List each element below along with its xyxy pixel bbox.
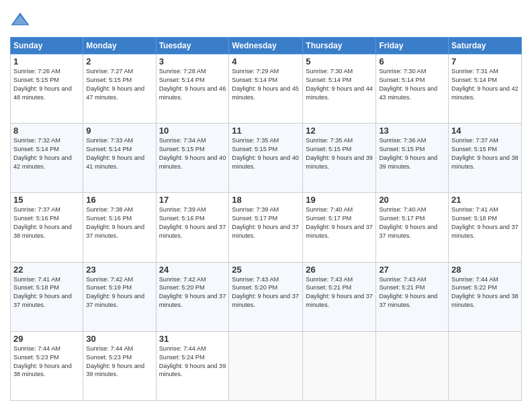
week-row-1: 1 Sunrise: 7:26 AM Sunset: 5:15 PM Dayli…: [11, 54, 522, 124]
day-number: 12: [306, 126, 373, 136]
day-cell: 15 Sunrise: 7:37 AM Sunset: 5:16 PM Dayl…: [11, 193, 83, 262]
day-cell: 31 Sunrise: 7:44 AM Sunset: 5:24 PM Dayl…: [156, 331, 229, 400]
day-info: Sunrise: 7:32 AM Sunset: 5:14 PM Dayligh…: [13, 136, 80, 171]
day-cell: 26 Sunrise: 7:43 AM Sunset: 5:21 PM Dayl…: [303, 262, 376, 331]
day-cell: 24 Sunrise: 7:42 AM Sunset: 5:20 PM Dayl…: [156, 262, 229, 331]
day-number: 25: [232, 265, 300, 275]
day-info: Sunrise: 7:44 AM Sunset: 5:22 PM Dayligh…: [451, 275, 519, 310]
day-info: Sunrise: 7:39 AM Sunset: 5:16 PM Dayligh…: [159, 205, 226, 240]
day-number: 27: [379, 265, 445, 275]
day-cell: 11 Sunrise: 7:35 AM Sunset: 5:15 PM Dayl…: [229, 124, 303, 193]
day-cell: 29 Sunrise: 7:44 AM Sunset: 5:23 PM Dayl…: [11, 331, 83, 400]
day-cell: 16 Sunrise: 7:38 AM Sunset: 5:16 PM Dayl…: [83, 193, 156, 262]
day-cell: 4 Sunrise: 7:29 AM Sunset: 5:14 PM Dayli…: [229, 54, 303, 124]
day-info: Sunrise: 7:27 AM Sunset: 5:15 PM Dayligh…: [86, 67, 152, 102]
day-number: 22: [13, 265, 80, 275]
day-cell: 28 Sunrise: 7:44 AM Sunset: 5:22 PM Dayl…: [449, 262, 522, 331]
day-number: 19: [306, 195, 373, 205]
day-number: 4: [232, 56, 300, 66]
day-cell: 23 Sunrise: 7:42 AM Sunset: 5:19 PM Dayl…: [83, 262, 156, 331]
col-header-thursday: Thursday: [303, 38, 376, 54]
day-info: Sunrise: 7:42 AM Sunset: 5:20 PM Dayligh…: [159, 275, 226, 310]
day-cell: [449, 331, 522, 400]
calendar: SundayMondayTuesdayWednesdayThursdayFrid…: [10, 37, 522, 401]
day-info: Sunrise: 7:39 AM Sunset: 5:17 PM Dayligh…: [232, 205, 300, 240]
week-row-5: 29 Sunrise: 7:44 AM Sunset: 5:23 PM Dayl…: [11, 331, 522, 400]
day-number: 13: [379, 126, 445, 136]
col-header-wednesday: Wednesday: [229, 38, 303, 54]
day-cell: 14 Sunrise: 7:37 AM Sunset: 5:15 PM Dayl…: [449, 124, 522, 193]
day-cell: 19 Sunrise: 7:40 AM Sunset: 5:17 PM Dayl…: [303, 193, 376, 262]
day-cell: 9 Sunrise: 7:33 AM Sunset: 5:14 PM Dayli…: [83, 124, 156, 193]
day-number: 7: [451, 56, 519, 66]
day-number: 3: [159, 56, 226, 66]
day-number: 9: [86, 126, 152, 136]
col-header-monday: Monday: [83, 38, 156, 54]
day-number: 30: [86, 334, 152, 344]
day-cell: [376, 331, 449, 400]
day-info: Sunrise: 7:43 AM Sunset: 5:20 PM Dayligh…: [232, 275, 300, 310]
day-info: Sunrise: 7:35 AM Sunset: 5:15 PM Dayligh…: [232, 136, 300, 171]
day-info: Sunrise: 7:43 AM Sunset: 5:21 PM Dayligh…: [306, 275, 373, 310]
day-info: Sunrise: 7:40 AM Sunset: 5:17 PM Dayligh…: [379, 205, 445, 240]
day-info: Sunrise: 7:26 AM Sunset: 5:15 PM Dayligh…: [13, 67, 80, 102]
day-number: 18: [232, 195, 300, 205]
logo-icon: [10, 10, 30, 30]
day-cell: 12 Sunrise: 7:35 AM Sunset: 5:15 PM Dayl…: [303, 124, 376, 193]
day-cell: 30 Sunrise: 7:44 AM Sunset: 5:23 PM Dayl…: [83, 331, 156, 400]
day-cell: 6 Sunrise: 7:30 AM Sunset: 5:14 PM Dayli…: [376, 54, 449, 124]
day-number: 8: [13, 126, 80, 136]
day-number: 11: [232, 126, 300, 136]
day-cell: 25 Sunrise: 7:43 AM Sunset: 5:20 PM Dayl…: [229, 262, 303, 331]
day-cell: 20 Sunrise: 7:40 AM Sunset: 5:17 PM Dayl…: [376, 193, 449, 262]
day-cell: 18 Sunrise: 7:39 AM Sunset: 5:17 PM Dayl…: [229, 193, 303, 262]
day-number: 16: [86, 195, 152, 205]
day-cell: [229, 331, 303, 400]
day-info: Sunrise: 7:31 AM Sunset: 5:14 PM Dayligh…: [451, 67, 519, 102]
day-info: Sunrise: 7:34 AM Sunset: 5:15 PM Dayligh…: [159, 136, 226, 171]
day-info: Sunrise: 7:28 AM Sunset: 5:14 PM Dayligh…: [159, 67, 226, 102]
week-row-4: 22 Sunrise: 7:41 AM Sunset: 5:18 PM Dayl…: [11, 262, 522, 331]
day-number: 5: [306, 56, 373, 66]
day-info: Sunrise: 7:40 AM Sunset: 5:17 PM Dayligh…: [306, 205, 373, 240]
day-cell: [303, 331, 376, 400]
day-cell: 8 Sunrise: 7:32 AM Sunset: 5:14 PM Dayli…: [11, 124, 83, 193]
day-info: Sunrise: 7:37 AM Sunset: 5:15 PM Dayligh…: [451, 136, 519, 171]
day-cell: 5 Sunrise: 7:30 AM Sunset: 5:14 PM Dayli…: [303, 54, 376, 124]
day-info: Sunrise: 7:35 AM Sunset: 5:15 PM Dayligh…: [306, 136, 373, 171]
day-info: Sunrise: 7:38 AM Sunset: 5:16 PM Dayligh…: [86, 205, 152, 240]
day-number: 10: [159, 126, 226, 136]
day-number: 21: [451, 195, 519, 205]
logo: [10, 10, 34, 30]
col-header-saturday: Saturday: [449, 38, 522, 54]
day-cell: 2 Sunrise: 7:27 AM Sunset: 5:15 PM Dayli…: [83, 54, 156, 124]
day-number: 20: [379, 195, 445, 205]
week-row-2: 8 Sunrise: 7:32 AM Sunset: 5:14 PM Dayli…: [11, 124, 522, 193]
day-number: 6: [379, 56, 445, 66]
day-info: Sunrise: 7:42 AM Sunset: 5:19 PM Dayligh…: [86, 275, 152, 310]
day-number: 1: [13, 56, 80, 66]
col-header-sunday: Sunday: [11, 38, 83, 54]
header-row: SundayMondayTuesdayWednesdayThursdayFrid…: [11, 38, 522, 54]
day-number: 29: [13, 334, 80, 344]
day-number: 31: [159, 334, 226, 344]
day-cell: 27 Sunrise: 7:43 AM Sunset: 5:21 PM Dayl…: [376, 262, 449, 331]
day-cell: 21 Sunrise: 7:41 AM Sunset: 5:18 PM Dayl…: [449, 193, 522, 262]
week-row-3: 15 Sunrise: 7:37 AM Sunset: 5:16 PM Dayl…: [11, 193, 522, 262]
day-number: 24: [159, 265, 226, 275]
day-info: Sunrise: 7:30 AM Sunset: 5:14 PM Dayligh…: [379, 67, 445, 102]
day-number: 14: [451, 126, 519, 136]
day-info: Sunrise: 7:44 AM Sunset: 5:24 PM Dayligh…: [159, 345, 226, 379]
day-number: 23: [86, 265, 152, 275]
header: [10, 10, 522, 30]
col-header-friday: Friday: [376, 38, 449, 54]
day-number: 28: [451, 265, 519, 275]
day-number: 2: [86, 56, 152, 66]
day-cell: 1 Sunrise: 7:26 AM Sunset: 5:15 PM Dayli…: [11, 54, 83, 124]
day-info: Sunrise: 7:44 AM Sunset: 5:23 PM Dayligh…: [86, 345, 152, 379]
day-info: Sunrise: 7:36 AM Sunset: 5:15 PM Dayligh…: [379, 136, 445, 171]
day-cell: 22 Sunrise: 7:41 AM Sunset: 5:18 PM Dayl…: [11, 262, 83, 331]
day-info: Sunrise: 7:30 AM Sunset: 5:14 PM Dayligh…: [306, 67, 373, 102]
day-number: 26: [306, 265, 373, 275]
day-number: 15: [13, 195, 80, 205]
